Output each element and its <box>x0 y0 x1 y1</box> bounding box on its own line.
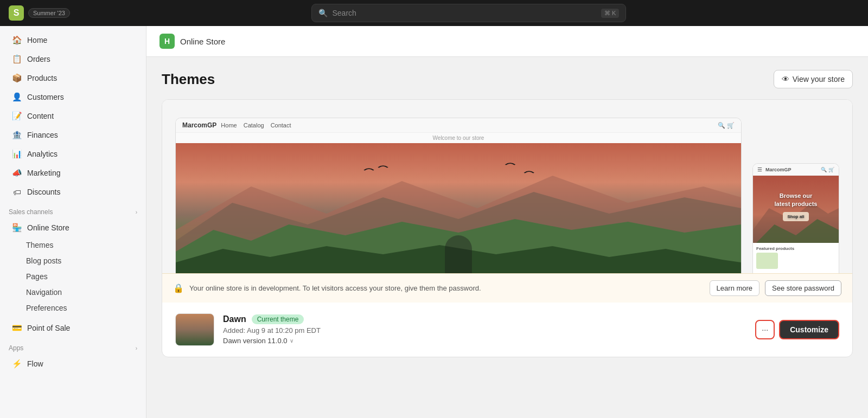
sidebar-item-finances[interactable]: 🏦 Finances <box>3 126 143 144</box>
learn-more-button[interactable]: Learn more <box>710 280 760 296</box>
online-store-icon: 🏪 <box>12 223 22 233</box>
theme-name-row: Dawn Current theme <box>223 314 746 324</box>
sidebar-item-preferences[interactable]: Preferences <box>3 300 143 316</box>
mobile-featured-box: Featured products <box>753 243 839 273</box>
navigation-label: Navigation <box>26 288 62 297</box>
theme-actions: ··· Customize <box>755 320 839 339</box>
theme-version-label: Dawn version 11.0.0 <box>223 337 288 345</box>
orders-icon: 📋 <box>12 54 22 64</box>
preview-brand-name: MarcomGP <box>182 121 216 129</box>
dev-banner: 🔒 Your online store is in development. T… <box>162 273 852 303</box>
mobile-shop-btn: Shop all <box>783 212 808 221</box>
home-icon: 🏠 <box>12 35 22 45</box>
sidebar-item-label: Orders <box>27 55 50 63</box>
more-actions-button[interactable]: ··· <box>755 320 775 339</box>
pos-icon: 💳 <box>12 323 22 333</box>
preview-desktop-image <box>176 143 741 273</box>
sidebar-item-label: Home <box>27 36 47 44</box>
sales-channels-section[interactable]: Sales channels › <box>0 202 146 218</box>
sidebar-item-products[interactable]: 📦 Products <box>3 69 143 87</box>
chevron-right-icon-apps: › <box>136 345 137 351</box>
apps-section[interactable]: Apps › <box>0 338 146 354</box>
dev-banner-text: Your online store is in development. To … <box>189 284 704 292</box>
search-placeholder: Search <box>332 9 356 17</box>
sidebar-item-point-of-sale[interactable]: 💳 Point of Sale <box>3 319 143 337</box>
preview-desktop-welcome: Welcome to our store <box>176 133 741 143</box>
mobile-featured-image <box>756 253 778 269</box>
theme-name: Dawn <box>223 314 246 324</box>
chevron-down-icon: ∨ <box>290 338 293 344</box>
sidebar-item-themes[interactable]: Themes <box>3 237 143 253</box>
pages-label: Pages <box>26 272 48 281</box>
sidebar-item-label: Products <box>27 74 57 82</box>
sidebar-item-content[interactable]: 📝 Content <box>3 107 143 125</box>
sidebar: 🏠 Home 📋 Orders 📦 Products 👤 Customers 📝… <box>0 26 146 418</box>
sidebar-item-blog-posts[interactable]: Blog posts <box>3 253 143 268</box>
sidebar-item-navigation[interactable]: Navigation <box>3 285 143 300</box>
ellipsis-icon: ··· <box>762 325 768 334</box>
brand-logo[interactable]: S Summer '23 <box>9 5 70 21</box>
sidebar-item-home[interactable]: 🏠 Home <box>3 31 143 49</box>
preview-desktop-bar: MarcomGP HomeCatalogContact 🔍 🛒 <box>176 118 741 133</box>
theme-info: Dawn Current theme Added: Aug 9 at 10:20… <box>223 314 746 345</box>
discounts-icon: 🏷 <box>12 187 22 197</box>
preferences-label: Preferences <box>26 304 67 312</box>
preview-mobile-bar: ☰ MarcomGP 🔍 🛒 <box>753 164 839 176</box>
customize-button[interactable]: Customize <box>779 320 839 339</box>
products-icon: 📦 <box>12 73 22 83</box>
sidebar-item-pages[interactable]: Pages <box>3 269 143 284</box>
store-header: H Online Store <box>146 26 868 57</box>
search-bar[interactable]: 🔍 Search ⌘ K <box>311 4 626 22</box>
mobile-overlay-text: Browse ourlatest products Shop all <box>753 192 839 221</box>
sidebar-item-label: Discounts <box>27 188 60 196</box>
theme-thumbnail <box>175 313 214 346</box>
store-header-title: Online Store <box>180 37 225 46</box>
view-store-label: View your store <box>793 75 845 83</box>
theme-preview-card: MarcomGP HomeCatalogContact 🔍 🛒 Welcome … <box>162 99 853 357</box>
apps-label: Apps <box>9 344 23 352</box>
topbar: S Summer '23 🔍 Search ⌘ K <box>0 0 868 26</box>
view-store-button[interactable]: 👁 View your store <box>774 70 853 88</box>
preview-icons: 🔍 🛒 <box>718 122 735 129</box>
preview-mobile-image: Browse ourlatest products Shop all Featu… <box>753 176 839 273</box>
theme-date: Added: Aug 9 at 10:20 pm EDT <box>223 326 746 335</box>
sidebar-item-orders[interactable]: 📋 Orders <box>3 50 143 68</box>
blog-posts-label: Blog posts <box>26 256 61 265</box>
finances-icon: 🏦 <box>12 130 22 140</box>
store-icon: H <box>159 34 175 49</box>
theme-preview-images: MarcomGP HomeCatalogContact 🔍 🛒 Welcome … <box>162 100 852 273</box>
page-top: Themes 👁 View your store <box>162 70 853 88</box>
sidebar-item-marketing[interactable]: 📣 Marketing <box>3 164 143 182</box>
chevron-right-icon: › <box>136 209 137 215</box>
sidebar-item-label: Marketing <box>27 169 60 177</box>
sidebar-item-label: Point of Sale <box>27 324 70 332</box>
sidebar-item-label: Flow <box>27 359 43 368</box>
current-theme-badge: Current theme <box>252 314 304 324</box>
theme-info-row: Dawn Current theme Added: Aug 9 at 10:20… <box>162 303 852 357</box>
eye-icon: 👁 <box>782 75 789 83</box>
themes-label: Themes <box>26 241 54 249</box>
preview-desktop: MarcomGP HomeCatalogContact 🔍 🛒 Welcome … <box>175 118 742 273</box>
customers-icon: 👤 <box>12 92 22 102</box>
page-content: Themes 👁 View your store MarcomGP HomeCa… <box>146 57 868 379</box>
content-area: H Online Store Themes 👁 View your store <box>146 26 868 418</box>
theme-version[interactable]: Dawn version 11.0.0 ∨ <box>223 337 746 345</box>
search-shortcut: ⌘ K <box>601 9 619 18</box>
sidebar-item-analytics[interactable]: 📊 Analytics <box>3 145 143 163</box>
sidebar-item-online-store[interactable]: 🏪 Online Store <box>3 218 143 237</box>
analytics-icon: 📊 <box>12 149 22 159</box>
sales-channels-label: Sales channels <box>9 208 53 216</box>
flow-icon: ⚡ <box>12 359 22 369</box>
sidebar-item-label: Customers <box>27 93 64 101</box>
sidebar-item-discounts[interactable]: 🏷 Discounts <box>3 183 143 201</box>
sidebar-item-label: Analytics <box>27 150 58 158</box>
sidebar-item-flow[interactable]: ⚡ Flow <box>3 355 143 373</box>
search-icon: 🔍 <box>318 9 328 17</box>
sidebar-item-label: Online Store <box>27 223 69 232</box>
see-store-password-button[interactable]: See store password <box>765 280 841 296</box>
sidebar-item-label: Content <box>27 112 54 120</box>
main-layout: 🏠 Home 📋 Orders 📦 Products 👤 Customers 📝… <box>0 26 868 418</box>
preview-mobile: ☰ MarcomGP 🔍 🛒 <box>752 163 839 273</box>
page-title: Themes <box>162 71 215 88</box>
sidebar-item-customers[interactable]: 👤 Customers <box>3 88 143 106</box>
